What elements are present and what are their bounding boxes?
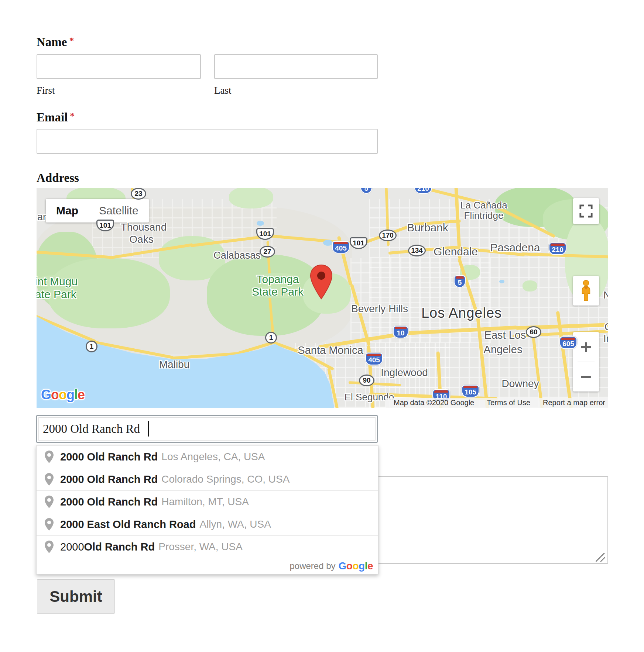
place-pin-icon — [45, 541, 54, 553]
place-label: Flintridge — [464, 210, 504, 221]
suggestion-main-text: 2000 East Old Ranch Road — [60, 518, 196, 531]
map-pin-icon[interactable] — [309, 264, 333, 301]
text-cursor — [148, 421, 149, 437]
suggestion-secondary-text: Hamilton, MT, USA — [161, 496, 249, 508]
place-label: East Los — [484, 329, 526, 341]
first-name-input[interactable] — [37, 54, 201, 79]
submit-button[interactable]: Submit — [37, 579, 115, 614]
highway-shield-1: 1 — [265, 332, 277, 344]
place-label: Los Angeles — [421, 305, 502, 321]
place-label: Burbank — [407, 221, 448, 234]
email-label: Email* — [37, 111, 75, 124]
google-logo[interactable]: Google — [41, 387, 85, 403]
place-label: Pasadena — [490, 241, 540, 254]
required-asterisk: * — [70, 111, 75, 121]
place-label: Angeles — [484, 344, 523, 356]
google-logo: Google — [339, 560, 373, 572]
place-label: N — [603, 290, 608, 301]
place-label: ar — [37, 211, 46, 223]
suggestion-main-text: 2000 Old Ranch Rd — [60, 496, 158, 508]
highway-shield-5: 5 — [454, 275, 466, 288]
address-label: Address — [37, 171, 79, 185]
highway-shield-27: 27 — [260, 246, 275, 258]
place-pin-icon — [45, 496, 54, 508]
last-name-input[interactable] — [214, 54, 378, 79]
park-label: Topanga — [256, 273, 299, 286]
autocomplete-suggestion[interactable]: 2000 Old Ranch RdLos Angeles, CA, USA — [37, 446, 378, 468]
name-label: Name* — [37, 35, 74, 49]
park-label: ate Park — [37, 288, 76, 301]
contact-form-page: Name* First Last Email* Address Map Sate… — [0, 0, 644, 652]
address-input[interactable] — [36, 415, 378, 443]
autocomplete-suggestion[interactable]: 2000 Old Ranch RdColorado Springs, CO, U… — [37, 468, 378, 490]
suggestion-secondary-text: Colorado Springs, CO, USA — [161, 473, 290, 485]
suggestion-secondary-text: Allyn, WA, USA — [199, 518, 271, 530]
highway-shield-10: 10 — [393, 326, 408, 338]
address-autocomplete-dropdown: 2000 Old Ranch RdLos Angeles, CA, USA200… — [36, 445, 378, 575]
terms-of-use-link[interactable]: Terms of Use — [487, 399, 530, 407]
google-map[interactable]: Map Satellite + − Google Map da — [37, 188, 608, 408]
place-label: Thousand — [121, 221, 167, 233]
suggestion-secondary-text: Prosser, WA, USA — [158, 541, 243, 553]
map-attribution: Map data ©2020 Google Terms of Use Repor… — [386, 398, 608, 408]
email-input[interactable] — [37, 129, 378, 154]
autocomplete-suggestion[interactable]: 2000 East Old Ranch RoadAllyn, WA, USA — [37, 513, 378, 535]
highway-shield-90: 90 — [359, 375, 374, 386]
last-sublabel: Last — [214, 85, 232, 96]
autocomplete-suggestion[interactable]: 2000 Old Ranch RdProsser, WA, USA — [37, 535, 378, 558]
place-label: Calabasas — [213, 250, 261, 261]
place-label: Inglewood — [381, 367, 428, 379]
place-label: In — [603, 333, 608, 345]
report-map-error-link[interactable]: Report a map error — [543, 399, 605, 407]
highway-shield-23: 23 — [131, 188, 146, 200]
highway-shield-60: 60 — [526, 326, 541, 338]
autocomplete-suggestion[interactable]: 2000 Old Ranch RdHamilton, MT, USA — [37, 490, 378, 513]
place-label: Glendale — [434, 245, 478, 258]
suggestion-secondary-text: Los Angeles, CA, USA — [161, 451, 265, 463]
powered-by-google: powered by Google — [37, 558, 378, 574]
map-data-attribution: Map data ©2020 Google — [394, 399, 474, 407]
place-label: Beverly Hills — [351, 303, 408, 315]
place-label: C — [604, 321, 608, 333]
highway-shield-405: 405 — [332, 241, 350, 253]
park-label: int Mugu — [37, 275, 78, 288]
park-label: State Park — [252, 286, 304, 298]
first-sublabel: First — [37, 85, 55, 96]
place-pin-icon — [45, 518, 54, 531]
suggestion-main-text: 2000 Old Ranch Rd — [60, 451, 158, 463]
highway-shield-170: 170 — [379, 230, 397, 241]
highway-shield-105: 105 — [462, 385, 479, 397]
suggestion-main-text: 2000 Old Ranch Rd — [60, 473, 158, 486]
place-label: Oaks — [129, 234, 153, 245]
highway-shield-1: 1 — [86, 341, 97, 352]
highway-shield-210: 210 — [549, 242, 566, 255]
place-label: Downey — [501, 378, 539, 390]
required-asterisk: * — [69, 35, 74, 46]
place-pin-icon — [45, 451, 54, 463]
highway-shield-605: 605 — [559, 337, 577, 349]
suggestion-main-text: Old Ranch Rd — [84, 541, 155, 553]
place-pin-icon — [45, 473, 54, 486]
highway-shield-405: 405 — [365, 353, 383, 365]
place-label: Santa Monica — [298, 344, 363, 356]
place-label: La Cañada — [460, 200, 507, 211]
highway-shield-134: 134 — [408, 245, 426, 256]
place-label: Malibu — [159, 359, 189, 370]
